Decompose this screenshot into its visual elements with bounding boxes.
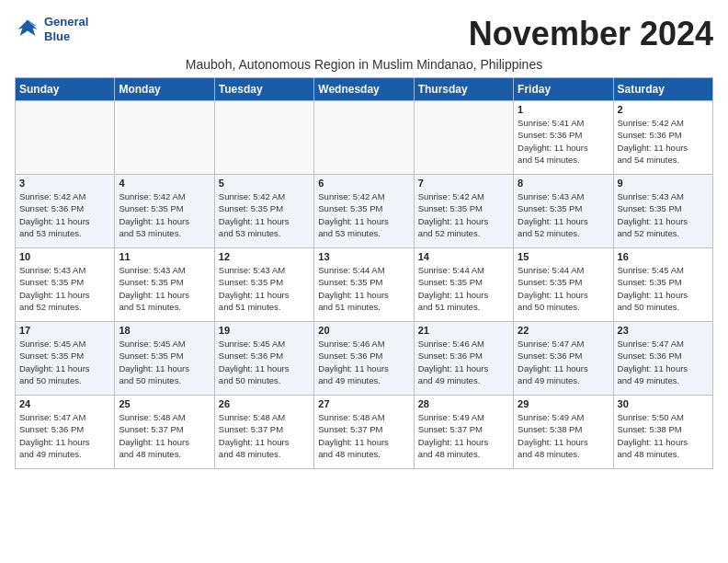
logo-text: General Blue (44, 15, 88, 43)
calendar-day-cell: 29Sunrise: 5:49 AM Sunset: 5:38 PM Dayli… (514, 396, 613, 469)
calendar-day-cell: 6Sunrise: 5:42 AM Sunset: 5:35 PM Daylig… (314, 175, 414, 248)
day-detail: Sunrise: 5:49 AM Sunset: 5:38 PM Dayligh… (518, 411, 609, 460)
calendar-day-cell: 4Sunrise: 5:42 AM Sunset: 5:35 PM Daylig… (115, 175, 214, 248)
day-number: 28 (418, 398, 509, 409)
day-detail: Sunrise: 5:43 AM Sunset: 5:35 PM Dayligh… (119, 264, 210, 313)
day-detail: Sunrise: 5:42 AM Sunset: 5:35 PM Dayligh… (418, 190, 509, 239)
day-number: 5 (219, 178, 310, 189)
calendar-day-cell (115, 101, 214, 175)
day-number: 10 (19, 251, 110, 262)
calendar-day-cell: 15Sunrise: 5:44 AM Sunset: 5:35 PM Dayli… (514, 248, 613, 322)
day-detail: Sunrise: 5:45 AM Sunset: 5:35 PM Dayligh… (618, 264, 709, 313)
calendar-day-cell: 27Sunrise: 5:48 AM Sunset: 5:37 PM Dayli… (314, 396, 414, 469)
calendar-day-cell (16, 101, 115, 175)
day-number: 27 (318, 398, 409, 409)
day-detail: Sunrise: 5:49 AM Sunset: 5:37 PM Dayligh… (418, 411, 509, 460)
page-subtitle: Mauboh, Autonomous Region in Muslim Mind… (15, 57, 713, 72)
weekday-header: Tuesday (214, 78, 313, 101)
day-number: 8 (518, 178, 609, 189)
calendar-day-cell: 10Sunrise: 5:43 AM Sunset: 5:35 PM Dayli… (16, 248, 115, 322)
calendar-day-cell: 14Sunrise: 5:44 AM Sunset: 5:35 PM Dayli… (414, 248, 513, 322)
calendar-day-cell: 24Sunrise: 5:47 AM Sunset: 5:36 PM Dayli… (16, 396, 115, 469)
logo: General Blue (15, 15, 88, 43)
logo-line2: Blue (44, 29, 88, 44)
calendar-day-cell: 17Sunrise: 5:45 AM Sunset: 5:35 PM Dayli… (16, 322, 115, 396)
day-detail: Sunrise: 5:43 AM Sunset: 5:35 PM Dayligh… (518, 190, 609, 239)
calendar-day-cell: 9Sunrise: 5:43 AM Sunset: 5:35 PM Daylig… (613, 175, 712, 248)
day-number: 11 (119, 251, 210, 262)
day-number: 29 (518, 398, 609, 409)
calendar-day-cell: 11Sunrise: 5:43 AM Sunset: 5:35 PM Dayli… (115, 248, 214, 322)
logo-line1: General (44, 15, 88, 29)
day-detail: Sunrise: 5:48 AM Sunset: 5:37 PM Dayligh… (119, 411, 210, 460)
calendar-day-cell: 20Sunrise: 5:46 AM Sunset: 5:36 PM Dayli… (314, 322, 414, 396)
day-detail: Sunrise: 5:43 AM Sunset: 5:35 PM Dayligh… (19, 264, 110, 313)
weekday-header: Thursday (414, 78, 513, 101)
day-detail: Sunrise: 5:43 AM Sunset: 5:35 PM Dayligh… (618, 190, 709, 239)
day-number: 22 (518, 325, 609, 336)
day-number: 17 (19, 325, 110, 336)
day-detail: Sunrise: 5:48 AM Sunset: 5:37 PM Dayligh… (318, 411, 409, 460)
day-number: 19 (219, 325, 310, 336)
weekday-header: Friday (514, 78, 613, 101)
calendar-week-row: 24Sunrise: 5:47 AM Sunset: 5:36 PM Dayli… (16, 396, 713, 469)
calendar-week-row: 10Sunrise: 5:43 AM Sunset: 5:35 PM Dayli… (16, 248, 713, 322)
calendar-table: SundayMondayTuesdayWednesdayThursdayFrid… (15, 77, 713, 469)
day-number: 23 (618, 325, 709, 336)
calendar-day-cell: 2Sunrise: 5:42 AM Sunset: 5:36 PM Daylig… (613, 101, 712, 175)
calendar-day-cell: 16Sunrise: 5:45 AM Sunset: 5:35 PM Dayli… (613, 248, 712, 322)
day-number: 2 (618, 104, 709, 115)
day-detail: Sunrise: 5:50 AM Sunset: 5:38 PM Dayligh… (618, 411, 709, 460)
day-number: 12 (219, 251, 310, 262)
day-detail: Sunrise: 5:41 AM Sunset: 5:36 PM Dayligh… (518, 117, 609, 166)
calendar-day-cell: 22Sunrise: 5:47 AM Sunset: 5:36 PM Dayli… (514, 322, 613, 396)
day-detail: Sunrise: 5:45 AM Sunset: 5:35 PM Dayligh… (19, 338, 110, 386)
calendar-header-row: SundayMondayTuesdayWednesdayThursdayFrid… (16, 78, 713, 101)
day-number: 3 (19, 178, 110, 189)
page-header: General Blue November 2024 (15, 15, 713, 53)
day-detail: Sunrise: 5:45 AM Sunset: 5:35 PM Dayligh… (119, 338, 210, 386)
day-number: 24 (19, 398, 110, 409)
day-number: 4 (119, 178, 210, 189)
day-detail: Sunrise: 5:42 AM Sunset: 5:35 PM Dayligh… (119, 190, 210, 239)
calendar-day-cell (314, 101, 414, 175)
calendar-day-cell: 21Sunrise: 5:46 AM Sunset: 5:36 PM Dayli… (414, 322, 513, 396)
day-detail: Sunrise: 5:44 AM Sunset: 5:35 PM Dayligh… (518, 264, 609, 313)
day-number: 13 (318, 251, 409, 262)
day-number: 7 (418, 178, 509, 189)
day-number: 30 (618, 398, 709, 409)
calendar-day-cell: 28Sunrise: 5:49 AM Sunset: 5:37 PM Dayli… (414, 396, 513, 469)
day-detail: Sunrise: 5:46 AM Sunset: 5:36 PM Dayligh… (418, 338, 509, 386)
day-number: 18 (119, 325, 210, 336)
weekday-header: Wednesday (314, 78, 414, 101)
day-number: 26 (219, 398, 310, 409)
calendar-day-cell: 13Sunrise: 5:44 AM Sunset: 5:35 PM Dayli… (314, 248, 414, 322)
day-detail: Sunrise: 5:42 AM Sunset: 5:35 PM Dayligh… (219, 190, 310, 239)
svg-marker-0 (18, 19, 38, 36)
day-number: 20 (318, 325, 409, 336)
day-detail: Sunrise: 5:47 AM Sunset: 5:36 PM Dayligh… (518, 338, 609, 386)
day-detail: Sunrise: 5:44 AM Sunset: 5:35 PM Dayligh… (318, 264, 409, 313)
calendar-day-cell (214, 101, 313, 175)
calendar-day-cell: 23Sunrise: 5:47 AM Sunset: 5:36 PM Dayli… (613, 322, 712, 396)
calendar-day-cell: 19Sunrise: 5:45 AM Sunset: 5:36 PM Dayli… (214, 322, 313, 396)
calendar-week-row: 1Sunrise: 5:41 AM Sunset: 5:36 PM Daylig… (16, 101, 713, 175)
calendar-day-cell: 5Sunrise: 5:42 AM Sunset: 5:35 PM Daylig… (214, 175, 313, 248)
weekday-header: Saturday (613, 78, 712, 101)
day-detail: Sunrise: 5:48 AM Sunset: 5:37 PM Dayligh… (219, 411, 310, 460)
day-number: 25 (119, 398, 210, 409)
calendar-day-cell: 26Sunrise: 5:48 AM Sunset: 5:37 PM Dayli… (214, 396, 313, 469)
calendar-day-cell: 8Sunrise: 5:43 AM Sunset: 5:35 PM Daylig… (514, 175, 613, 248)
weekday-header: Monday (115, 78, 214, 101)
day-detail: Sunrise: 5:47 AM Sunset: 5:36 PM Dayligh… (618, 338, 709, 386)
logo-icon (15, 17, 40, 42)
calendar-day-cell: 1Sunrise: 5:41 AM Sunset: 5:36 PM Daylig… (514, 101, 613, 175)
calendar-day-cell: 3Sunrise: 5:42 AM Sunset: 5:36 PM Daylig… (16, 175, 115, 248)
calendar-day-cell: 25Sunrise: 5:48 AM Sunset: 5:37 PM Dayli… (115, 396, 214, 469)
day-number: 6 (318, 178, 409, 189)
day-number: 15 (518, 251, 609, 262)
day-detail: Sunrise: 5:46 AM Sunset: 5:36 PM Dayligh… (318, 338, 409, 386)
day-detail: Sunrise: 5:43 AM Sunset: 5:35 PM Dayligh… (219, 264, 310, 313)
calendar-day-cell (414, 101, 513, 175)
day-number: 14 (418, 251, 509, 262)
